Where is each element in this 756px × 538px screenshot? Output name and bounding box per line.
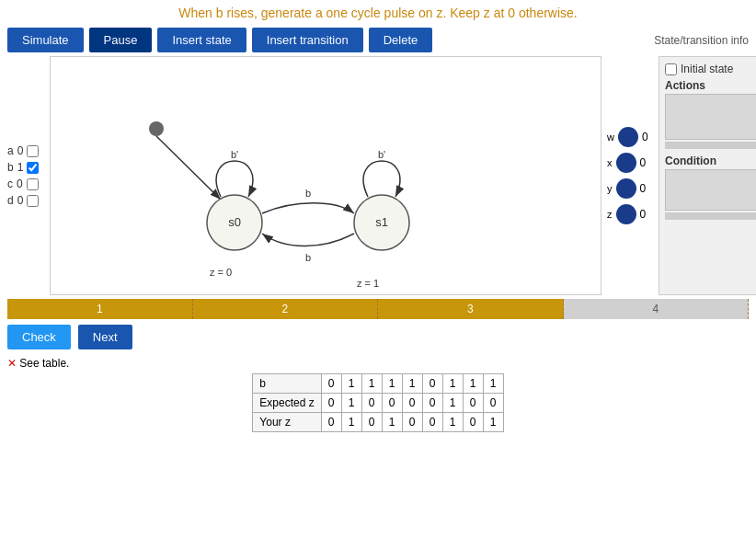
table-cell: 1 <box>483 413 503 432</box>
value-a: 0 <box>17 144 24 157</box>
condition-scrollbar[interactable] <box>665 212 756 220</box>
label-c: c <box>7 177 13 190</box>
value-b: 1 <box>17 161 24 174</box>
check-button[interactable]: Check <box>7 325 71 349</box>
checkbox-b[interactable] <box>27 162 39 174</box>
state-s1-label: s1 <box>375 215 388 229</box>
condition-box[interactable] <box>665 169 756 211</box>
initial-state-checkbox[interactable] <box>665 63 677 75</box>
table-cell: 0 <box>402 394 422 413</box>
table-cell: 0 <box>422 374 442 394</box>
label-y: y <box>607 183 613 194</box>
table-cell: 1 <box>382 413 402 432</box>
checkbox-a[interactable] <box>27 145 39 157</box>
table-cell: 0 <box>321 374 341 394</box>
check-next-row: Check Next <box>0 319 756 355</box>
table-cell: 0 <box>463 394 483 413</box>
see-table-row: ✕ See table. <box>0 355 756 372</box>
table-row-label: b <box>253 374 321 394</box>
insert-state-button[interactable]: Insert state <box>157 28 246 52</box>
data-table: b011110111Expected z010000100Your z01010… <box>252 373 503 432</box>
s0-self-loop <box>216 161 253 197</box>
s1-self-loop <box>363 161 400 197</box>
progress-seg-4[interactable]: 4 <box>564 299 750 319</box>
progress-seg-1[interactable]: 1 <box>7 299 193 319</box>
table-row-label: Your z <box>253 413 321 432</box>
state-s0-label: s0 <box>228 215 241 229</box>
value-x: 0 <box>640 156 647 169</box>
io-x-button[interactable] <box>616 153 636 173</box>
table-cell: 1 <box>341 394 361 413</box>
simulate-button[interactable]: Simulate <box>7 28 84 52</box>
z0-label: z = 0 <box>210 267 232 278</box>
io-row-x: x 0 <box>607 153 653 173</box>
initial-state-label: Initial state <box>681 63 733 75</box>
state-machine-canvas[interactable]: s0 s1 b' b' b b z = 0 z = 1 <box>50 56 601 295</box>
value-c: 0 <box>17 177 23 190</box>
table-cell: 1 <box>402 374 422 394</box>
delete-button[interactable]: Delete <box>369 28 433 52</box>
value-w: 0 <box>642 131 648 143</box>
io-row-y: y 0 <box>607 178 653 199</box>
table-cell: 0 <box>382 394 402 413</box>
state-transition-info-label: State/transition info <box>654 34 749 47</box>
checkbox-c[interactable] <box>27 178 39 190</box>
table-row: Expected z010000100 <box>253 394 503 413</box>
checkbox-d[interactable] <box>27 195 39 207</box>
table-row: b011110111 <box>253 374 503 394</box>
label-a: a <box>7 144 14 157</box>
table-cell: 1 <box>341 374 361 394</box>
left-input-panel: a 0 b 1 c 0 d 0 <box>7 56 44 295</box>
see-table-x: ✕ <box>7 357 17 370</box>
table-cell: 1 <box>442 394 463 413</box>
io-z-button[interactable] <box>616 204 636 224</box>
value-z: 0 <box>640 208 647 221</box>
progress-seg-2[interactable]: 2 <box>193 299 379 319</box>
table-cell: 0 <box>483 394 503 413</box>
s0-self-loop-label: b' <box>231 149 238 160</box>
table-cell: 1 <box>483 374 503 394</box>
table-cell: 0 <box>422 394 442 413</box>
pause-button[interactable]: Pause <box>89 28 153 52</box>
left-row-a: a 0 <box>7 144 40 157</box>
page-title: When b rises, generate a one cycle pulse… <box>0 0 756 24</box>
table-cell: 0 <box>463 413 483 432</box>
table-area: b011110111Expected z010000100Your z01010… <box>0 373 756 432</box>
initial-state-row: Initial state <box>665 63 756 75</box>
z1-label: z = 1 <box>357 278 379 289</box>
table-cell: 1 <box>382 374 402 394</box>
table-cell: 0 <box>361 394 382 413</box>
table-row: Your z010100101 <box>253 413 503 432</box>
insert-transition-button[interactable]: Insert transition <box>252 28 363 52</box>
table-cell: 1 <box>442 413 463 432</box>
table-row-label: Expected z <box>253 394 321 413</box>
actions-box[interactable] <box>665 94 756 140</box>
table-cell: 1 <box>463 374 483 394</box>
s1-self-loop-label: b' <box>378 149 385 160</box>
value-y: 0 <box>640 182 647 195</box>
io-panel: w 0 x 0 y 0 z 0 <box>607 56 653 295</box>
label-w: w <box>607 132 614 143</box>
initial-arrow <box>156 136 221 200</box>
initial-state-dot <box>149 121 164 136</box>
table-cell: 0 <box>321 413 341 432</box>
state-info-panel: Initial state Actions Condition <box>659 56 756 295</box>
s1-to-s0-arrow <box>262 234 354 246</box>
label-z: z <box>607 209 613 220</box>
next-button[interactable]: Next <box>78 325 132 349</box>
see-table-link[interactable]: See table. <box>19 357 69 370</box>
actions-scrollbar[interactable] <box>665 142 756 149</box>
io-y-button[interactable] <box>616 178 636 199</box>
actions-label: Actions <box>665 79 756 92</box>
table-cell: 0 <box>321 394 341 413</box>
condition-label: Condition <box>665 155 756 167</box>
left-row-c: c 0 <box>7 177 40 190</box>
table-cell: 0 <box>402 413 422 432</box>
label-x: x <box>607 157 613 168</box>
table-cell: 1 <box>442 374 463 394</box>
progress-seg-3[interactable]: 3 <box>378 299 564 319</box>
label-b: b <box>7 161 14 174</box>
toolbar: Simulate Pause Insert state Insert trans… <box>0 24 756 56</box>
io-row-w: w 0 <box>607 127 653 147</box>
io-w-button[interactable] <box>618 127 638 147</box>
